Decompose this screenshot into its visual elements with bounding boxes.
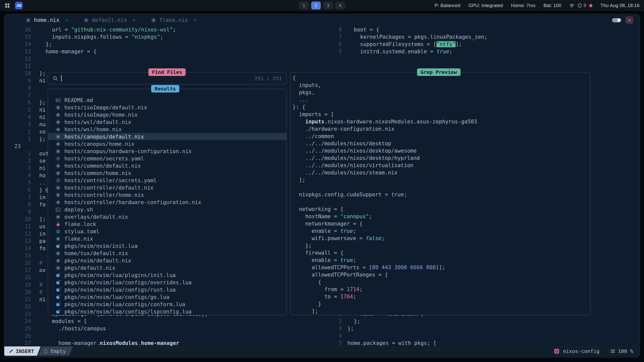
preview-line: nixpkgs.config.cudaSupport = true; [293,191,590,198]
indicator-dot-icon[interactable] [589,4,592,7]
line-number: 4 [324,332,342,340]
workspace-button[interactable]: 1 [299,2,309,10]
preview-line: ./hardware-configuration.nix [293,125,590,133]
code-line: 25 ./hosts/canopus [4,325,322,332]
result-path: README.md [64,97,93,103]
shield-icon[interactable] [577,3,582,8]
finder-result-row[interactable]: hosts/wsl/default.nix [48,118,286,126]
finder-result-row[interactable]: pkgs/nvim/nvim/lua/configs/go.lua [48,293,286,301]
result-path: pkgs/nvim/nvim/init.lua [64,243,138,249]
preview-line: allowedTCPPorts = [80 443 3000 6666 8081… [293,264,590,271]
line-number: 27 [4,340,31,346]
preview-line: from = 1714; [293,286,590,293]
tab-default.nix[interactable]: default.nix× [84,17,135,23]
logo-badge[interactable]: JW [15,2,23,9]
result-path: hosts/isoImage/default.nix [64,105,147,111]
finder-result-row[interactable]: hosts/common/default.nix [48,162,286,169]
finder-result-row[interactable]: home/tux/default.nix [48,250,286,257]
project-name: nixos-config [563,348,599,354]
preview-line: ../common [293,133,590,140]
finder-result-row[interactable]: hosts/controller/home.nix [48,191,286,199]
line-number: 6 [4,187,31,194]
result-path: pkgs/nvim/nvim/lua/plugins/init.lua [64,272,176,278]
finder-result-row[interactable]: deploy.sh [48,206,286,213]
line-number: 2 [4,157,31,165]
results-list: README.mdhosts/isoImage/default.nixhosts… [48,89,287,315]
nix-file-icon [55,148,61,154]
power-profile-module[interactable]: P: Balanced [435,3,460,8]
workspace-button[interactable]: 2 [311,2,321,10]
clock[interactable]: Thu Aug 08, 18:16 [600,3,639,8]
finder-result-row[interactable]: flake.nix [48,235,286,242]
tab-close-icon[interactable]: × [65,17,68,23]
line-number: 14 [4,245,31,252]
line-number: 20 [4,289,31,296]
nix-file-icon [55,141,61,147]
result-path: hosts/controller/secrets.yaml [64,177,157,184]
finder-result-row[interactable]: hosts/canopus/hardware-configuration.nix [48,148,286,155]
finder-result-row[interactable]: pkgs/nvim/nvim/init.lua [48,242,286,250]
line-number: 22 [4,303,31,310]
finder-result-row[interactable]: overlays/default.nix [48,213,286,220]
grep-preview[interactable]: { inputs, pkgs, ...}: { imports = [ inpu… [290,72,590,315]
line-number: 19 [4,281,31,289]
gpu-module[interactable]: GPU: Integrated [468,3,503,8]
preview-line: ]; [293,176,590,184]
result-path: hosts/controller/home.nix [64,192,144,198]
finder-result-row[interactable]: stylua.toml [48,228,286,235]
line-number: 8 [4,201,31,208]
ping-module[interactable]: Home: 7ms [511,3,535,8]
finder-result-row[interactable]: README.md [48,97,286,104]
finder-result-row[interactable]: hosts/wsl/home.nix [48,126,286,133]
finder-result-row[interactable]: hosts/canopus/home.nix [48,140,286,148]
window-close-button[interactable]: × [626,16,633,24]
finder-result-row[interactable]: hosts/controller/secrets.yaml [48,177,286,184]
wifi-icon[interactable] [569,3,574,8]
tab-close-icon[interactable]: × [132,17,135,23]
result-path: hosts/wsl/default.nix [64,119,131,125]
code-line: 13 home-manager = { [4,48,322,55]
line-number: 16 [4,259,31,267]
tab-home.nix[interactable]: home.nix× [26,17,68,23]
preview-line: to = 1764; [293,293,590,300]
finder-result-row[interactable]: pkgs/nvim/nvim/lua/configs/rust.lua [48,286,286,293]
finder-result-row[interactable]: pkgs/nvim/default.nix [48,257,286,264]
finder-result-row[interactable]: hosts/common/home.nix [48,169,286,177]
code-line: 8 boot = { [324,26,640,33]
line-number: 3 [4,121,31,128]
finder-result-row[interactable]: hosts/canopus/default.nix [48,133,286,140]
tab-flake.nix[interactable]: flake.nix× [151,17,196,23]
statusline-right: nixos-config 100 % [553,348,640,354]
finder-result-row[interactable]: pkgs/nvim/nvim/lua/plugins/init.lua [48,272,286,279]
finder-result-row[interactable]: pkgs/nvim/nvim/lua/configs/lspconfig.lua [48,308,286,315]
preview-line: networkmanager = { [293,220,590,228]
workspace-button[interactable]: 4 [335,2,345,10]
finder-result-row[interactable]: pkgs/default.nix [48,264,286,272]
window-controls: × [612,14,633,26]
statusline: INSERT Empty nixos-config 100 % [4,346,640,356]
finder-result-row[interactable]: hosts/controller/hardware-configuration.… [48,199,286,206]
nix-file-icon [55,236,61,242]
line-number: 21 [4,296,31,303]
finder-result-row[interactable]: flake.lock [48,220,286,228]
tabs: home.nix×default.nix×flake.nix× [26,17,212,23]
finder-result-row[interactable]: hosts/isoImage/default.nix [48,104,286,111]
battery-module[interactable]: Bat: 100 [543,3,561,8]
line-number: 26 [4,332,31,340]
preview-line: firewall = { [293,249,590,257]
buffer-icon [44,349,48,353]
line-number: 5 [4,106,31,114]
finder-result-row[interactable]: pkgs/nvim/nvim/lua/configs/conform.lua [48,301,286,308]
tab-close-icon[interactable]: × [193,17,196,23]
finder-result-row[interactable]: pkgs/nvim/nvim/lua/configs/overrides.lua [48,279,286,286]
apps-icon[interactable] [5,3,10,8]
toggle-icon[interactable] [612,18,621,22]
result-path: hosts/common/default.nix [64,163,141,169]
code-line: 15 inputs.nixpkgs.follows = "nixpkgs"; [4,33,322,41]
line-number: 1 [4,150,31,157]
finder-result-row[interactable]: hosts/controller/default.nix [48,184,286,191]
finder-result-row[interactable]: hosts/common/secrets.yaml [48,155,286,162]
workspace-button[interactable]: 3 [323,2,333,10]
line-number: 7 [324,33,342,41]
finder-result-row[interactable]: hosts/isoImage/home.nix [48,111,286,118]
